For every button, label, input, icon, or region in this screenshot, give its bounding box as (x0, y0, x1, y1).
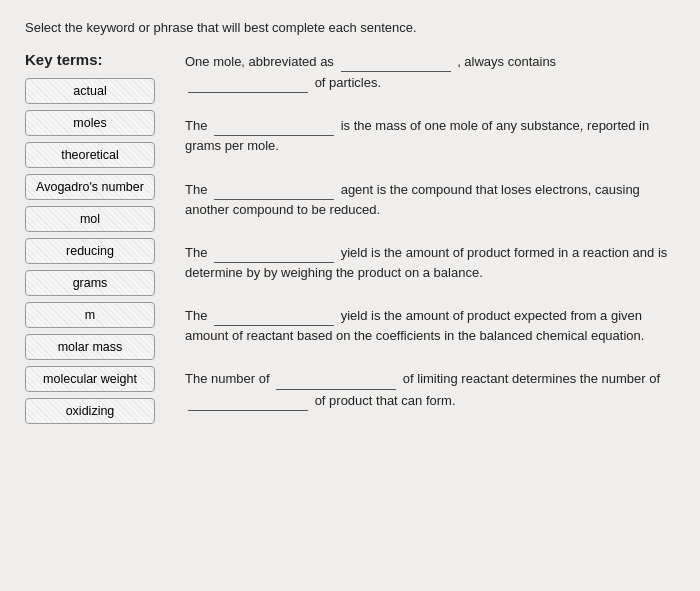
s5-blank1 (214, 305, 334, 326)
s3-text-before: The (185, 182, 207, 197)
s3-blank1 (214, 179, 334, 200)
term-buttons-list: actualmolestheoreticalAvogadro's numberm… (25, 78, 165, 424)
sentence-block-1: One mole, abbreviated as , always contai… (185, 51, 675, 93)
instructions-text: Select the keyword or phrase that will b… (25, 20, 675, 35)
s6-text-middle: of limiting reactant determines the numb… (403, 371, 660, 386)
s1-blank1 (341, 51, 451, 72)
s6-text-before: The number of (185, 371, 270, 386)
s2-text-before: The (185, 118, 207, 133)
s1-blank2 (188, 72, 308, 93)
term-button-10[interactable]: oxidizing (25, 398, 155, 424)
sentences-panel: One mole, abbreviated as , always contai… (185, 51, 675, 433)
sentence-block-4: The yield is the amount of product forme… (185, 242, 675, 283)
s2-blank1 (214, 115, 334, 136)
term-button-1[interactable]: moles (25, 110, 155, 136)
sentence-block-3: The agent is the compound that loses ele… (185, 179, 675, 220)
term-button-6[interactable]: grams (25, 270, 155, 296)
s5-text-before: The (185, 308, 207, 323)
key-terms-panel: Key terms: actualmolestheoreticalAvogadr… (25, 51, 165, 433)
s1-text-before: One mole, abbreviated as (185, 54, 334, 69)
term-button-9[interactable]: molecular weight (25, 366, 155, 392)
s4-text-before: The (185, 245, 207, 260)
term-button-2[interactable]: theoretical (25, 142, 155, 168)
term-button-0[interactable]: actual (25, 78, 155, 104)
term-button-3[interactable]: Avogadro's number (25, 174, 155, 200)
term-button-8[interactable]: molar mass (25, 334, 155, 360)
main-layout: Key terms: actualmolestheoreticalAvogadr… (25, 51, 675, 433)
s6-blank2 (188, 390, 308, 411)
sentence-block-2: The is the mass of one mole of any subst… (185, 115, 675, 156)
sentence-block-5: The yield is the amount of product expec… (185, 305, 675, 346)
key-terms-title: Key terms: (25, 51, 165, 68)
s6-text-after: of product that can form. (315, 393, 456, 408)
sentence-block-6: The number of of limiting reactant deter… (185, 368, 675, 410)
term-button-5[interactable]: reducing (25, 238, 155, 264)
s6-blank1 (276, 368, 396, 389)
s1-text-middle: , always contains (457, 54, 556, 69)
term-button-7[interactable]: m (25, 302, 155, 328)
s4-blank1 (214, 242, 334, 263)
term-button-4[interactable]: mol (25, 206, 155, 232)
s1-text-after: of particles. (315, 75, 381, 90)
